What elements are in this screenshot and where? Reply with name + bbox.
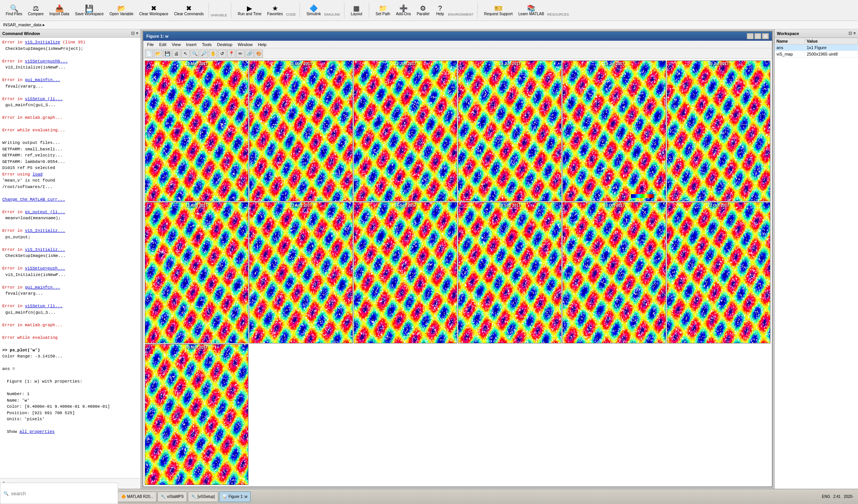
vissetup-link[interactable]: viSSetup (li... (25, 97, 62, 101)
sep3 (299, 3, 300, 18)
fig-zoom-in-btn[interactable]: 🔍 (190, 49, 199, 58)
learn-matlab-icon: 📚 (527, 5, 535, 12)
subplot-canvas (458, 203, 561, 343)
figure-menu-file[interactable]: File (145, 41, 156, 48)
subplot[interactable]: 16 Sep 2017 (354, 202, 457, 343)
cmd-line: GETPARM: small_baseli... (2, 146, 138, 153)
subplot[interactable]: 10 Oct 2017 (562, 202, 666, 343)
minimize-icon[interactable]: ▾ (136, 31, 138, 36)
clear-commands-icon: ✖ (186, 5, 192, 12)
favorites-button[interactable]: ★ Favorites (264, 4, 285, 17)
taskbar-item[interactable]: 🔧[viSSetup] (188, 491, 218, 502)
subplot-canvas (250, 61, 352, 201)
run-label: Run and Time (238, 12, 261, 16)
fig-rotate-btn[interactable]: ↺ (218, 49, 226, 58)
fig-colormap-btn[interactable]: 🎨 (255, 49, 263, 58)
set-path-button[interactable]: 📁 Set Path (373, 4, 393, 17)
vissetup2-link[interactable]: viSSetup (li... (25, 304, 62, 308)
subplot[interactable]: 31 May 2017 (249, 61, 353, 201)
workspace-undock-icon[interactable]: ⊡ (848, 31, 852, 36)
add-ons-label: Add-Ons (396, 12, 411, 16)
subplot[interactable]: 22 Oct 2017 (667, 202, 770, 343)
request-support-button[interactable]: 🎫 Request Support (482, 4, 515, 17)
subplot[interactable]: 03 Nov 2017 (145, 344, 248, 485)
save-workspace-button[interactable]: 💾 Save Workspace (72, 4, 106, 17)
toolbar-simulink-group: 🔷 Simulink SIMULINK (302, 4, 341, 17)
workspace-row[interactable]: viS_map2500x1965 uint8 (775, 51, 858, 57)
fig-save-btn[interactable]: 💾 (163, 49, 171, 58)
open-variable-icon: 📂 (117, 5, 126, 12)
fig-brush-btn[interactable]: ✏ (236, 49, 245, 58)
fig-zoom-out-btn[interactable]: 🔎 (200, 49, 208, 58)
add-ons-button[interactable]: ➕ Add-Ons (393, 4, 413, 17)
search-input[interactable] (11, 491, 115, 496)
figure-menu-tools[interactable]: Tools (200, 41, 214, 48)
figure-menu-help[interactable]: Help (256, 41, 269, 48)
cmd-line: Error in viSSetup>push... (2, 265, 138, 272)
workspace-header-icons: ⊡ ▾ (848, 31, 856, 36)
parallel-icon: ⚙ (420, 5, 426, 12)
layout-button[interactable]: ▦ Layout (348, 4, 365, 17)
subplot[interactable]: 19 May 2017 (145, 61, 248, 201)
gui-mainfcn2-link[interactable]: gui_mainfcn... (25, 285, 60, 290)
vissetup-push2-link[interactable]: viSSetup>push... (25, 266, 65, 271)
colorbar: -3.1 rad 3.1 (625, 194, 664, 198)
taskbar-item[interactable]: 🔧viStaMPS (157, 491, 187, 502)
subplot-title: 23 Aug 2017 (250, 203, 352, 207)
load-link[interactable]: load (32, 172, 42, 177)
figure-close-btn[interactable]: ✕ (762, 33, 769, 39)
learn-matlab-button[interactable]: 📚 Learn MATLAB (516, 4, 547, 17)
figure-restore-btn[interactable]: □ (754, 33, 761, 39)
clear-workspace-button[interactable]: ✖ Clear Workspace (136, 4, 171, 17)
figure-menu-window[interactable]: Window (235, 41, 255, 48)
help-button[interactable]: ? Help (432, 4, 448, 17)
parallel-button[interactable]: ⚙ Parallel (414, 4, 432, 17)
taskbar-item[interactable]: 🔶MATLAB R20... (118, 491, 157, 502)
compare-button[interactable]: ⚖ Compare (25, 4, 46, 17)
workspace-minimize-icon[interactable]: ▾ (853, 31, 856, 36)
import-data-button[interactable]: 📥 Import Data (47, 4, 72, 17)
all-properties-link[interactable]: all properties (19, 429, 54, 434)
change-matlab-link[interactable]: Change the MATLAB curr... (2, 196, 138, 203)
workspace-title: Workspace (777, 31, 799, 36)
subplot[interactable]: 23 Aug 2017 (249, 202, 353, 343)
vissetup-push-link[interactable]: viSSetup>pushb... (25, 59, 67, 64)
figure-menu-insert[interactable]: Insert (184, 41, 199, 48)
fig-select-btn[interactable]: ↖ (181, 49, 190, 58)
vis-init-link2[interactable]: viS_Initializ... (25, 228, 65, 233)
cmd-line: Error in viS_Initialize (line 35) (2, 39, 138, 46)
figure-menu-edit[interactable]: Edit (157, 41, 169, 48)
vis-init-link3[interactable]: viS_Initializ... (25, 247, 65, 252)
ps-output-link[interactable]: ps_output (li... (25, 210, 65, 214)
workspace-row[interactable]: ans1x1 Figure (775, 45, 858, 51)
subplot[interactable]: 24 Jun 2017 (458, 61, 562, 201)
figure-menu-view[interactable]: View (170, 41, 183, 48)
simulink-button[interactable]: 🔷 Simulink (304, 4, 323, 17)
fig-pan-btn[interactable]: ✋ (209, 49, 217, 58)
subplot-title: 22 Oct 2017 (667, 203, 770, 207)
subplot-title: 16 Sep 2017 (354, 203, 457, 207)
clear-commands-button[interactable]: ✖ Clear Commands (171, 4, 206, 17)
subplot[interactable]: 28 Sep 2017 (458, 202, 562, 343)
find-files-button[interactable]: 🔍 Find Files (3, 4, 25, 17)
undock-icon[interactable]: ⊡ (131, 31, 134, 36)
breadcrumb-path[interactable]: INSAR_master_data ▸ (3, 22, 45, 27)
subplot[interactable]: 12 Jun 2017 (354, 61, 457, 201)
subplot[interactable]: 11 Aug 2017 (145, 202, 248, 343)
fig-datacursor-btn[interactable]: 📍 (227, 49, 235, 58)
open-variable-button[interactable]: 📂 Open Variable (107, 4, 136, 17)
gui-mainfcn-link[interactable]: gui_mainfcn... (25, 78, 60, 82)
figure-minimize-btn[interactable]: _ (747, 33, 754, 39)
figure-menu-desktop[interactable]: Desktop (215, 41, 235, 48)
subplot[interactable]: 30 Jul 2017 (667, 61, 770, 201)
run-and-time-button[interactable]: ▶ Run and Time (235, 4, 264, 17)
fig-new-btn[interactable]: 📄 (145, 49, 153, 58)
fig-print-btn[interactable]: 🖨 (172, 49, 181, 58)
fig-link-btn[interactable]: 🔗 (245, 49, 254, 58)
taskbar-item[interactable]: 📊Figure 1: w (219, 491, 251, 502)
subplot[interactable]: 18 Jul 2017 -3.1 rad 3.1 (562, 61, 666, 201)
cmd-line: GETPARM: lambda=0.0554... (2, 159, 138, 165)
fig-open-btn[interactable]: 📂 (154, 49, 162, 58)
vis-initialize-link[interactable]: viS_Initialize (25, 40, 60, 45)
cmd-line: GETPARM: ref_velocity... (2, 152, 138, 159)
